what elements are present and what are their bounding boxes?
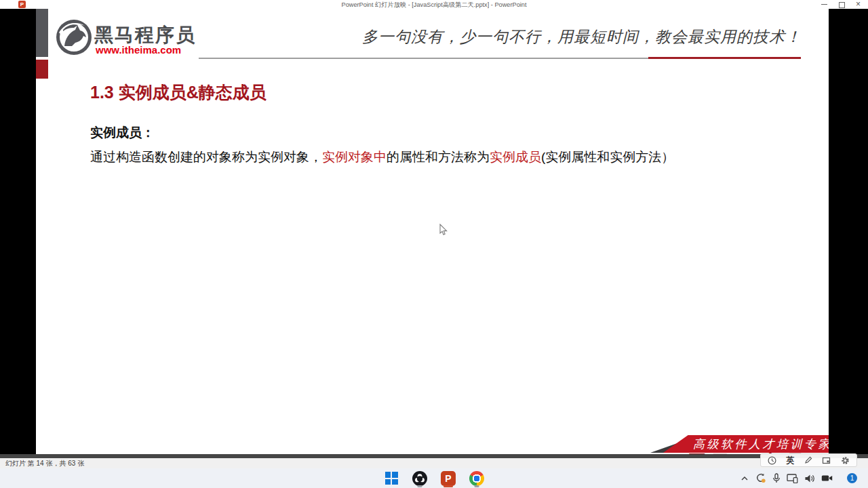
taskbar-item-chrome[interactable] [468, 470, 486, 487]
window-titlebar: P PowerPoint 幻灯片放映 - [JavaScript高级第二天.pp… [0, 0, 868, 9]
mouse-cursor [438, 224, 449, 236]
close-button[interactable] [850, 0, 867, 9]
start-button[interactable] [382, 470, 400, 487]
minimize-button[interactable] [816, 0, 833, 9]
taskbar: P [0, 468, 868, 488]
taskbar-app-icons: P [382, 468, 486, 488]
paragraph-segment: (实例属性和实例方法） [541, 150, 674, 164]
slide-heading: 1.3 实例成员&静态成员 [90, 81, 267, 104]
powerpoint-app-icon: P [18, 1, 26, 8]
slide: 黑马程序员 www.itheima.com 多一句没有，少一句不行，用最短时间，… [36, 9, 829, 454]
restore-button[interactable] [833, 0, 850, 9]
header-red-square [36, 60, 48, 79]
window-title: PowerPoint 幻灯片放映 - [JavaScript高级第二天.pptx… [35, 1, 833, 9]
tray-chevron-up-icon[interactable] [741, 475, 749, 482]
tray-cast-display-icon[interactable] [787, 474, 798, 483]
paragraph-segment-highlight: 实例对象中 [322, 150, 387, 164]
window-controls [816, 0, 867, 9]
system-tray: 1 [741, 468, 857, 488]
slide-counter: 幻灯片 第 14 张，共 63 张 [5, 460, 84, 467]
brand-website: www.itheima.com [96, 44, 181, 56]
tray-microphone-icon[interactable] [772, 473, 781, 483]
paragraph-segment-highlight: 实例成员 [490, 150, 541, 164]
taskbar-item-powerpoint[interactable]: P [439, 470, 457, 487]
horse-logo-icon [55, 18, 93, 56]
clock-icon[interactable] [768, 456, 776, 465]
windows-logo-icon [385, 472, 398, 485]
screen: P PowerPoint 幻灯片放映 - [JavaScript高级第二天.pp… [0, 0, 868, 488]
screenshot-rect-icon[interactable] [822, 456, 831, 465]
slide-subheading: 实例成员： [90, 124, 155, 142]
obs-icon [412, 471, 427, 486]
slide-paragraph: 通过构造函数创建的对象称为实例对象，实例对象中的属性和方法称为实例成员(实例属性… [90, 148, 674, 166]
tray-camera-icon[interactable] [821, 474, 833, 483]
header-gray-bar [36, 9, 48, 57]
tray-speaker-icon[interactable] [804, 474, 815, 483]
notification-badge[interactable]: 1 [847, 473, 857, 483]
header-slogan: 多一句没有，少一句不行，用最短时间，教会最实用的技术！ [362, 26, 802, 47]
slideshow-status-bar: 幻灯片 第 14 张，共 63 张 [0, 458, 868, 468]
paragraph-segment: 通过构造函数创建的对象称为实例对象， [90, 150, 322, 164]
chrome-icon [469, 471, 484, 486]
pen-icon[interactable] [804, 456, 812, 464]
taskbar-item-obs[interactable] [411, 470, 429, 487]
powerpoint-icon: P [441, 471, 456, 486]
tray-sync-icon[interactable] [755, 473, 766, 483]
slideshow-stage: 黑马程序员 www.itheima.com 多一句没有，少一句不行，用最短时间，… [0, 9, 868, 454]
ime-language-toggle[interactable]: 英 [787, 453, 795, 467]
gear-icon[interactable] [841, 456, 850, 465]
taskbar-indicator [418, 485, 422, 487]
header-divider-accent [648, 57, 801, 59]
ime-toolbar: 英 [760, 453, 857, 467]
taskbar-indicator-active [443, 485, 453, 487]
paragraph-segment: 的属性和方法称为 [387, 150, 490, 164]
taskbar-indicator [475, 485, 479, 487]
